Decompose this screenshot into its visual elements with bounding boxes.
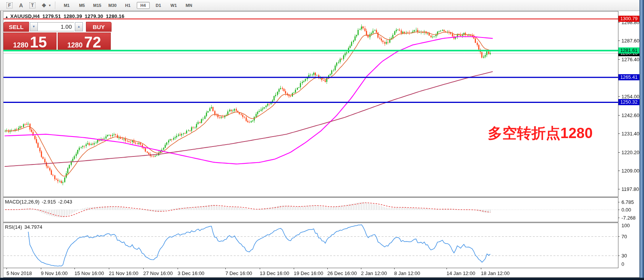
timeframe-M1[interactable]: M1 (60, 2, 73, 9)
trading-terminal-window: F A T ❖ ▾ M1M5M15M30H1H4D1W1MN ▲XAUUSD,H… (0, 0, 644, 280)
time-tick-label: 3 Dec 16:00 (178, 270, 204, 276)
time-tick-label: 21 Nov 16:00 (109, 270, 138, 276)
timeframe-group: M1M5M15M30H1H4D1W1MN (59, 2, 197, 9)
timeframe-M15[interactable]: M15 (91, 2, 104, 9)
timeframe-H4[interactable]: H4 (137, 2, 150, 9)
symbol-label: XAUUSD,H4 (10, 13, 40, 19)
price-tick-label: 1231.40 (621, 131, 639, 137)
rsi-value: 34.7974 (24, 224, 42, 230)
price-tick-label: 1197.80 (621, 186, 639, 192)
rsi-scale-label: 0 (621, 261, 624, 267)
time-tick-label: 27 Nov 16:00 (143, 270, 173, 276)
letter-a-icon[interactable]: A (16, 1, 26, 10)
volume-input[interactable] (38, 22, 74, 31)
volume-increase-button[interactable]: ▲ (75, 22, 83, 31)
time-tick-label: 26 Dec 16:00 (327, 270, 357, 276)
collapse-arrow-icon: ▲ (5, 15, 8, 19)
price-tick-label: 1276.40 (621, 57, 639, 62)
window-right-border (639, 0, 644, 280)
macd-scale-label: 6.785 (621, 199, 634, 205)
sell-price-display[interactable]: 1280 15 (3, 33, 57, 50)
macd-scale-label: 0.00 (621, 207, 631, 213)
window-bottom-border (0, 278, 644, 280)
timeframe-M5[interactable]: M5 (76, 2, 89, 9)
sell-button[interactable]: SELL (3, 22, 29, 32)
time-tick-label: 15 Nov 16:00 (74, 270, 104, 276)
text-tool-icon[interactable]: T (28, 1, 37, 10)
one-click-trading-panel: SELL ▼ ▲ BUY 1280 15 1280 72 (3, 21, 113, 50)
macd-value: -2.915 (42, 199, 56, 205)
close-value: 1280.16 (106, 13, 124, 19)
timeframe-W1[interactable]: W1 (167, 2, 180, 9)
annotation-text: 多空转折点1280 (488, 124, 593, 143)
price-level-tag: 1265.41 (618, 74, 639, 80)
sell-price-pips: 15 (30, 34, 47, 50)
price-tick-label: 1254.00 (621, 94, 639, 99)
macd-signal-value: -2.043 (58, 199, 72, 205)
buy-price-pips: 72 (84, 34, 101, 50)
open-value: 1279.51 (42, 13, 61, 19)
price-tick-label: 1209.00 (621, 168, 639, 174)
rsi-scale-label: 100 (621, 223, 630, 228)
chart-title: ▲XAUUSD,H41279.511280.391279.301280.16 (5, 13, 127, 19)
price-level-tag: 1300.79 (618, 16, 639, 22)
time-axis[interactable]: 5 Nov 20189 Nov 16:0015 Nov 16:0021 Nov … (3, 268, 639, 278)
buy-button[interactable]: BUY (86, 22, 112, 32)
price-tick-label: 1242.60 (621, 112, 639, 118)
price-axis[interactable]: 1298.801287.601276.401254.001242.601231.… (618, 11, 639, 278)
time-tick-label: 13 Dec 16:00 (260, 270, 289, 276)
buy-price-display[interactable]: 1280 72 (58, 33, 111, 50)
timeframe-D1[interactable]: D1 (152, 2, 165, 9)
price-tick-label: 1220.20 (621, 150, 639, 155)
high-value: 1280.39 (63, 13, 82, 19)
time-tick-label: 2 Jan 12:00 (361, 270, 387, 276)
time-tick-label: 7 Dec 16:00 (225, 270, 252, 276)
price-tick-label: 1287.60 (621, 38, 639, 44)
time-tick-label: 18 Jan 12:00 (481, 270, 510, 276)
macd-scale-label: -7.268 (621, 215, 636, 221)
macd-indicator-label: MACD(12,26,9)-2.915-2.043 (5, 199, 74, 205)
draw-objects-icon[interactable]: ❖ (39, 1, 49, 10)
volume-decrease-button[interactable]: ▼ (30, 22, 38, 31)
toolbar-separator (55, 2, 56, 9)
price-level-tag: 1281.61 (618, 47, 639, 54)
sell-price-big: 1280 (13, 38, 28, 52)
buy-price-big: 1280 (67, 38, 83, 52)
dropdown-caret-icon[interactable]: ▾ (49, 3, 51, 7)
window-left-border (0, 11, 3, 278)
rsi-scale-label: 30 (621, 253, 627, 259)
low-value: 1279.30 (85, 13, 103, 19)
timeframe-M30[interactable]: M30 (106, 2, 119, 9)
time-tick-label: 9 Nov 16:00 (41, 270, 68, 276)
timeframe-H1[interactable]: H1 (121, 2, 134, 9)
time-tick-label: 14 Jan 12:00 (447, 270, 475, 276)
rsi-indicator-label: RSI(14)34.7974 (5, 224, 45, 230)
rsi-scale-label: 70 (621, 234, 627, 239)
timeframe-MN[interactable]: MN (183, 2, 196, 9)
time-tick-label: 8 Jan 12:00 (394, 270, 420, 276)
price-level-tag: 1250.32 (618, 99, 639, 105)
grid-f-icon[interactable]: F (5, 1, 14, 10)
time-tick-label: 19 Dec 16:00 (294, 270, 323, 276)
time-tick-label: 5 Nov 2018 (6, 270, 32, 276)
toolbar: F A T ❖ ▾ M1M5M15M30H1H4D1W1MN (0, 0, 639, 11)
